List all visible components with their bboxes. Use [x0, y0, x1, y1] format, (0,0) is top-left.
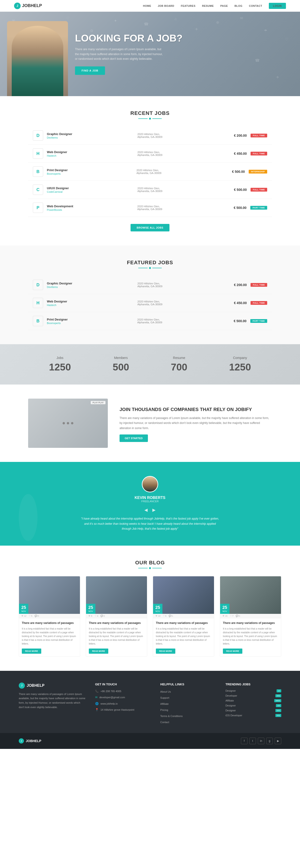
job-logo: D [33, 130, 43, 141]
hero-subtitle: There are many variations of passages of… [75, 47, 164, 61]
hero-cta-button[interactable]: FIND A JOB [75, 67, 105, 75]
job-address: 2020 Hillshire Glen, [137, 205, 224, 208]
job-city: Alpharetta, GA-30009 [136, 172, 222, 175]
footer-social-links: fting▶ [241, 738, 281, 744]
recent-jobs-section: RECENT JOBS D Graphic Designer DevItems … [0, 96, 300, 246]
recent-job-item[interactable]: D Graphic Designer DevItems 2020 Hillshi… [28, 127, 272, 145]
stat-item: Company 1250 [229, 356, 251, 373]
blog-read-more-button[interactable]: READ MORE [89, 649, 108, 654]
testimonial-prev-button[interactable]: ◀ [144, 507, 148, 513]
job-title: Web Designer [47, 300, 134, 303]
hero-title: LOOKING FOR A JOB? [75, 33, 182, 43]
job-badge: FULL TIME [251, 301, 267, 305]
job-title: Print Designer [47, 168, 133, 172]
footer-bottom: J JOBHELP fting▶ [0, 733, 300, 749]
browse-all-jobs-button[interactable]: BROWSE ALL JOBS [131, 224, 169, 231]
job-badge: FULL TIME [251, 283, 267, 287]
job-badge: FULL TIME [251, 152, 267, 155]
blog-meta: 👁 8 ♡ 4 💬 2 [86, 614, 147, 618]
blog-body: There are many variations of passages It… [220, 618, 281, 656]
footer-link[interactable]: Contact [160, 721, 169, 723]
hero-person-image [7, 21, 68, 96]
job-info: Web Designer Hastech [47, 300, 134, 306]
hero-content: LOOKING FOR A JOB? There are many variat… [75, 33, 182, 75]
job-address: 2020 Hillshire Glen, [137, 133, 224, 135]
footer-trending-job-badge: iOS [275, 714, 281, 717]
blog-date-badge: 25 NOV [153, 604, 162, 614]
blog-read-more-button[interactable]: READ MORE [223, 649, 242, 654]
recent-job-item[interactable]: P Web Development PowerBoosts 2020 Hills… [28, 199, 272, 217]
job-city: Alpharetta, GA-30009 [137, 321, 224, 324]
footer-trending-title: Trending Jobs [226, 683, 281, 686]
job-company: Hastech [47, 304, 134, 306]
featured-job-item[interactable]: H Web Designer Hastech 2020 Hillshire Gl… [28, 294, 272, 312]
footer-trending-job-badge: iOS [275, 694, 281, 697]
blog-read-more-button[interactable]: READ MORE [22, 649, 41, 654]
stat-number: 700 [171, 362, 187, 373]
footer-trending-col: Trending Jobs Designer UI Developer iOS … [226, 683, 281, 726]
social-icon-0[interactable]: f [241, 738, 247, 744]
job-company: DevItems [47, 136, 134, 139]
footer-link[interactable]: Pricing [160, 709, 168, 711]
hero-section: ✉ ☁ ♡ ⚙ ✦ ☎ ♫ ✈ ⊕ ✉ ☂ ♡ ⚡ ✦ ☎ ✈ LOOKING … [0, 12, 300, 96]
featured-job-item[interactable]: B Print Designer Boomxperts 2020 Hillshi… [28, 312, 272, 330]
blog-card: 25 NOV 👁 15 ♡ 7 💬 4 There are many varia… [220, 576, 281, 657]
nav-page[interactable]: PAGE [220, 4, 228, 7]
job-title: UI/UX Designer [47, 186, 134, 190]
nav-resume[interactable]: RESUME [202, 4, 214, 7]
nav-contact[interactable]: CONTACT [249, 4, 262, 7]
footer-link[interactable]: About Us [160, 690, 171, 693]
blog-comments: 💬 4 [236, 615, 240, 617]
social-icon-3[interactable]: g [266, 738, 273, 744]
job-salary: € 200.00 [228, 134, 247, 137]
recent-job-item[interactable]: H Web Designer Hastech 2020 Hillshire Gl… [28, 145, 272, 163]
blog-card: 25 NOV 👁 8 ♡ 4 💬 2 There are many variat… [86, 576, 147, 657]
video-title: JOIN THOUSANDS OF COMPANIES THAT RELY ON… [120, 406, 272, 412]
footer-about-col: J JOBHELP There are many variations of p… [19, 683, 86, 726]
job-salary: € 500.00 [228, 188, 247, 192]
nav-job-board[interactable]: JOB BOARD [158, 4, 174, 7]
job-company: Boomxperts [47, 322, 134, 324]
job-salary: € 500.00 [226, 170, 245, 174]
testimonial-text: "I have already heard about the internsh… [80, 516, 220, 531]
blog-read-more-button[interactable]: READ MORE [156, 649, 175, 654]
nav-blog[interactable]: BLOG [234, 4, 242, 7]
job-salary: € 500.00 [228, 206, 246, 210]
testimonial-next-button[interactable]: ▶ [152, 507, 156, 513]
blog-views: 👁 8 [88, 615, 92, 617]
footer-main: J JOBHELP There are many variations of p… [0, 671, 300, 733]
footer-trending-list: Designer UI Developer iOS Affiliate WEB … [226, 689, 281, 717]
blog-comments: 💬 1 [169, 615, 173, 617]
social-icon-1[interactable]: t [249, 738, 256, 744]
job-company: CodeCarnival [47, 190, 134, 193]
nav-features[interactable]: FEATURES [181, 4, 196, 7]
video-cta-button[interactable]: GET STARTED [120, 434, 148, 442]
blog-views: 👁 12 [21, 615, 27, 617]
nav-home[interactable]: HOME [143, 4, 151, 7]
login-button[interactable]: LOGIN [269, 3, 286, 9]
social-icon-4[interactable]: ▶ [275, 738, 281, 744]
footer-email-text: developer@gmail.com [99, 695, 125, 700]
blog-date-num: 25 [21, 605, 26, 610]
job-salary: € 450.00 [228, 301, 247, 305]
footer-trending-job-badge: UI [276, 689, 281, 692]
blog-body: There are many variations of passages It… [19, 618, 80, 656]
featured-jobs-list: D Graphic Designer DevItems 2020 Hillshi… [28, 276, 272, 330]
footer-contact-col: GET IN TOUCH 📞 +86 208 765 4005 ✉ develo… [95, 683, 151, 726]
testimonial-avatar [142, 476, 158, 492]
footer-link[interactable]: Affiliate [160, 703, 169, 705]
footer-website-text: www.jobhelp.io [101, 702, 118, 706]
video-player[interactable]: PLAY PLAY [28, 399, 108, 448]
recent-job-item[interactable]: C UI/UX Designer CodeCarnival 2020 Hills… [28, 181, 272, 199]
logo[interactable]: J JOBHELP [14, 3, 42, 9]
testimonial-name: KEVIN ROBERTS [28, 496, 272, 500]
featured-job-item[interactable]: D Graphic Designer DevItems 2020 Hillshi… [28, 276, 272, 294]
footer-link[interactable]: Support [160, 696, 169, 699]
blog-card: 25 NOV 👁 10 ♡ 6 💬 1 There are many varia… [153, 576, 214, 657]
footer-link[interactable]: Terms & Conditions [160, 715, 182, 717]
testimonial-bg-decor [19, 494, 37, 541]
social-icon-2[interactable]: in [258, 738, 264, 744]
logo-text: JOBHELP [22, 3, 42, 8]
blog-date-num: 25 [223, 605, 227, 610]
recent-job-item[interactable]: B Print Designer Boomxperts 2020 Hillshi… [28, 163, 272, 181]
